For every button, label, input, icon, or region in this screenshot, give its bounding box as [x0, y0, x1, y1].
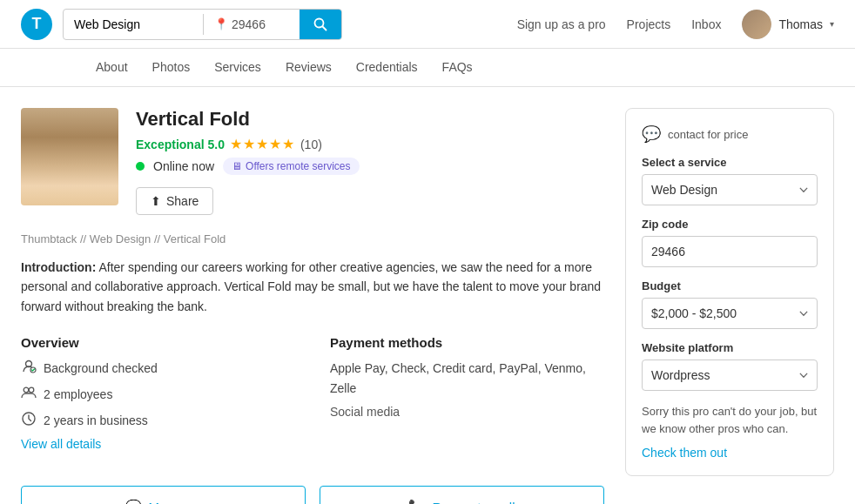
remote-icon: 🖥: [232, 160, 242, 172]
payment-col: Payment methods Apple Pay, Check, Credit…: [330, 335, 604, 468]
service-group: Select a service Web Design: [642, 156, 818, 205]
subnav-item-reviews[interactable]: Reviews: [286, 60, 332, 76]
profile-header: Vertical Fold Exceptional 5.0 ★★★★★ (10)…: [21, 108, 604, 215]
background-check-icon: [21, 359, 37, 378]
request-call-button[interactable]: 📞 Request a call: [320, 486, 604, 504]
platform-label: Website platform: [642, 341, 818, 354]
left-panel: Vertical Fold Exceptional 5.0 ★★★★★ (10)…: [21, 108, 604, 504]
inbox-link[interactable]: Inbox: [691, 17, 721, 31]
profile-photo-inner: [21, 108, 118, 205]
share-icon: ⬆: [151, 194, 161, 208]
main-container: Vertical Fold Exceptional 5.0 ★★★★★ (10)…: [0, 87, 855, 504]
view-all-details-link[interactable]: View all details: [21, 437, 101, 451]
header-nav: Sign up as a pro Projects Inbox Thomas ▾: [517, 10, 834, 39]
search-input[interactable]: [64, 17, 203, 31]
service-select[interactable]: Web Design: [642, 174, 818, 205]
stars: ★★★★★: [230, 136, 295, 152]
avatar-image: [742, 10, 771, 39]
username: Thomas: [778, 17, 823, 31]
zip-group: Zip code: [642, 218, 818, 267]
header: T 📍 29466 Sign up as a pro Projects Inbo…: [0, 0, 855, 49]
subnav-item-photos[interactable]: Photos: [152, 60, 191, 76]
budget-select[interactable]: $2,000 - $2,500: [642, 298, 818, 329]
contact-chat-icon: 💬: [642, 124, 661, 144]
subnav: About Photos Services Reviews Credential…: [0, 49, 855, 87]
breadcrumb: Thumbtack // Web Design // Vertical Fold: [21, 232, 604, 245]
cant-help-text: Sorry this pro can't do your job, but we…: [642, 403, 818, 437]
phone-icon: 📞: [408, 499, 425, 504]
payment-title: Payment methods: [330, 335, 604, 350]
subnav-item-about[interactable]: About: [96, 60, 128, 76]
subnav-item-services[interactable]: Services: [214, 60, 261, 76]
zip-label: Zip code: [642, 218, 818, 231]
share-button[interactable]: ⬆ Share: [136, 187, 213, 215]
two-col-section: Overview Background checked 2 employees: [21, 335, 604, 468]
profile-rating: Exceptional 5.0 ★★★★★ (10): [136, 136, 360, 152]
rating-label: Exceptional 5.0: [136, 138, 225, 151]
employees-icon: [21, 385, 37, 404]
platform-select[interactable]: Wordpress: [642, 360, 818, 391]
right-panel: 💬 contact for price Select a service Web…: [625, 108, 834, 504]
projects-link[interactable]: Projects: [627, 17, 671, 31]
review-count: (10): [300, 138, 322, 151]
user-menu[interactable]: Thomas ▾: [742, 10, 834, 39]
profile-status: Online now 🖥 Offers remote services: [136, 158, 360, 175]
overview-title: Overview: [21, 335, 295, 350]
contact-price-text: contact for price: [668, 128, 749, 141]
overview-item-1: 2 employees: [21, 385, 295, 404]
payment-methods-text: Apple Pay, Check, Credit card, PayPal, V…: [330, 359, 604, 398]
signup-link[interactable]: Sign up as a pro: [517, 17, 606, 31]
subnav-item-faqs[interactable]: FAQs: [442, 60, 473, 76]
clock-icon: [21, 411, 37, 430]
logo[interactable]: T: [21, 9, 52, 40]
subnav-item-credentials[interactable]: Credentials: [356, 60, 418, 76]
message-icon: 💬: [125, 499, 142, 504]
contact-price-row: 💬 contact for price: [642, 124, 818, 144]
profile-photo: [21, 108, 118, 205]
overview-item-2: 2 years in business: [21, 411, 295, 430]
service-label: Select a service: [642, 156, 818, 169]
svg-point-4: [24, 387, 29, 393]
check-them-out-link[interactable]: Check them out: [642, 446, 727, 460]
budget-group: Budget $2,000 - $2,500: [642, 279, 818, 329]
platform-group: Website platform Wordpress: [642, 341, 818, 391]
overview-col: Overview Background checked 2 employees: [21, 335, 295, 468]
action-buttons: 💬 Message 📞 Request a call: [21, 486, 604, 504]
booking-card: 💬 contact for price Select a service Web…: [625, 108, 834, 476]
pin-icon: 📍: [214, 17, 228, 30]
overview-item-0: Background checked: [21, 359, 295, 378]
budget-label: Budget: [642, 279, 818, 292]
location-input-area[interactable]: 📍 29466: [204, 17, 300, 31]
svg-line-1: [323, 26, 327, 30]
avatar: [742, 10, 771, 39]
search-button[interactable]: [300, 9, 341, 40]
online-dot: [136, 162, 145, 171]
profile-info: Vertical Fold Exceptional 5.0 ★★★★★ (10)…: [136, 108, 360, 215]
intro-label: Introduction:: [21, 260, 96, 274]
social-media-label: Social media: [330, 405, 604, 419]
chevron-down-icon: ▾: [830, 19, 834, 29]
zip-input[interactable]: [642, 236, 818, 267]
search-bar: 📍 29466: [63, 9, 342, 40]
message-button[interactable]: 💬 Message: [21, 486, 306, 504]
search-icon: [313, 17, 327, 31]
profile-name: Vertical Fold: [136, 108, 360, 131]
svg-point-5: [29, 387, 34, 393]
intro-text: Introduction: After spending our careers…: [21, 258, 604, 316]
remote-badge: 🖥 Offers remote services: [223, 158, 359, 175]
online-text: Online now: [153, 159, 214, 173]
